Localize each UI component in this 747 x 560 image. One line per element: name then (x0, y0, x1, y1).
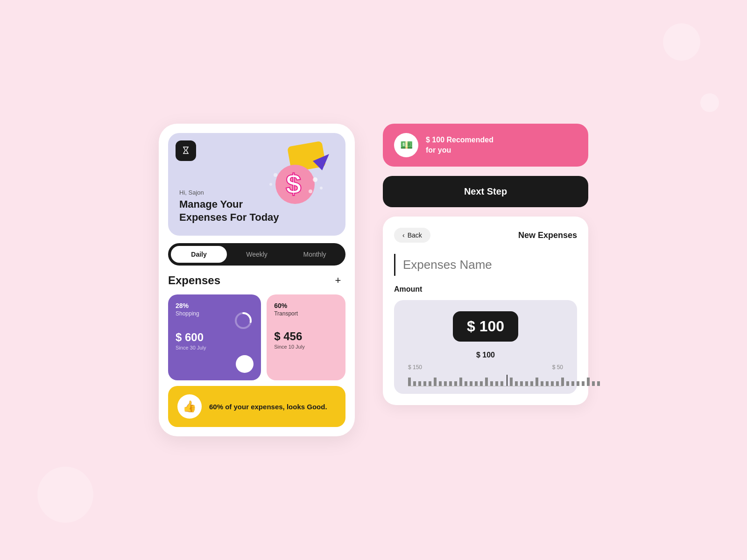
transport-card: 60% Transport $ 456 Since 10 July (267, 294, 345, 380)
ruler-tick (434, 378, 437, 386)
add-expense-button[interactable]: + (331, 273, 345, 288)
slider-left-label: $ 150 (408, 364, 422, 371)
ruler-tick (546, 381, 549, 386)
ruler-tick (490, 381, 493, 386)
ruler (408, 372, 563, 386)
tab-bar: Daily Weekly Monthly (168, 243, 345, 266)
ruler-tick (423, 381, 426, 386)
money-icon: 💵 (394, 133, 418, 157)
summary-text: 60% of your expenses, looks Good. (209, 402, 327, 412)
expenses-header: Expenses + (168, 273, 345, 288)
hero-icon-corner (176, 140, 196, 161)
back-button[interactable]: ‹ Back (394, 228, 430, 243)
ruler-tick (439, 381, 442, 386)
slider-labels: $ 150 $ 50 (408, 364, 563, 371)
shopping-date: Since 30 July (176, 345, 254, 350)
expense-cards: 28% Shopping $ 600 Since 30 July ⚙ 60% T… (168, 294, 345, 380)
expenses-title: Expenses (168, 274, 220, 287)
hero-banner: $ Hi, Sajon Manage Your Expenses For Tod… (168, 133, 345, 236)
ruler-tick (530, 381, 533, 386)
svg-point-7 (274, 173, 277, 177)
ruler-tick (556, 381, 559, 386)
svg-point-4 (313, 177, 317, 182)
ruler-tick (515, 381, 518, 386)
ruler-tick (495, 381, 498, 386)
ruler-tick (510, 378, 513, 386)
ruler-tick (454, 381, 457, 386)
svg-text:$: $ (286, 168, 301, 200)
ruler-tick (475, 381, 478, 386)
deco-circle-1 (663, 23, 700, 61)
ruler-tick (429, 381, 431, 386)
ruler-tick (561, 378, 564, 386)
expenses-name-input[interactable] (394, 254, 577, 276)
ruler-tick (551, 381, 554, 386)
hero-illustration: $ (261, 138, 336, 212)
ruler-tick (541, 381, 543, 386)
amount-label: Amount (394, 285, 577, 294)
deco-circle-2 (37, 467, 93, 523)
shopping-percent: 28% (176, 302, 254, 309)
svg-point-8 (269, 183, 272, 186)
new-expenses-card: ‹ Back New Expenses Amount $ 100 $ 100 $… (383, 217, 588, 405)
ruler-tick (418, 381, 421, 386)
tab-daily[interactable]: Daily (171, 246, 227, 263)
ruler-tick (520, 381, 523, 386)
amount-slider-area: $ 100 $ 100 $ 150 $ 50 (394, 300, 577, 394)
ruler-tick (571, 381, 574, 386)
slider-right-label: $ 50 (552, 364, 563, 371)
new-expenses-header: ‹ Back New Expenses (394, 228, 577, 243)
transport-percent: 60% (274, 302, 338, 309)
transport-label: Transport (274, 310, 338, 317)
svg-point-6 (309, 189, 312, 193)
right-panel: 💵 $ 100 Recomended for you Next Step ‹ B… (383, 124, 588, 405)
ruler-tick (525, 381, 528, 386)
ruler-tick (449, 381, 452, 386)
shopping-amount: $ 600 (176, 331, 254, 344)
slider-center-value: $ 100 (403, 351, 568, 359)
left-phone-card: $ Hi, Sajon Manage Your Expenses For Tod… (159, 124, 355, 436)
ruler-tick (413, 381, 416, 386)
next-step-button[interactable]: Next Step (383, 176, 588, 207)
shopping-label: Shopping (176, 310, 254, 317)
slider-track[interactable]: $ 150 $ 50 (403, 364, 568, 386)
amount-display: $ 100 (453, 311, 518, 342)
ruler-tick (444, 381, 447, 386)
ruler-tick (470, 381, 472, 386)
ruler-tick (500, 381, 503, 386)
recommendation-text: $ 100 Recomended for you (426, 135, 493, 156)
thumbsup-icon: 👍 (177, 394, 202, 419)
ruler-tick (459, 378, 462, 386)
ruler-tick (582, 381, 585, 386)
ruler-tick (577, 381, 579, 386)
ruler-tick (480, 381, 483, 386)
ruler-tick (465, 381, 467, 386)
transport-amount: $ 456 (274, 330, 338, 343)
chevron-left-icon: ‹ (402, 231, 405, 239)
ruler-tick (597, 381, 600, 386)
ruler-tick (566, 381, 569, 386)
svg-point-5 (320, 187, 323, 189)
tab-monthly[interactable]: Monthly (287, 246, 343, 263)
summary-card: 👍 60% of your expenses, looks Good. (168, 386, 345, 427)
ruler-tick (587, 378, 590, 386)
hourglass-icon (181, 146, 190, 155)
tab-weekly[interactable]: Weekly (229, 246, 285, 263)
ruler-tick (507, 375, 507, 386)
ruler-tick (536, 378, 538, 386)
new-expenses-title: New Expenses (430, 231, 577, 240)
tune-button[interactable]: ⚙ (236, 355, 254, 373)
ruler-tick (592, 381, 595, 386)
shopping-card: 28% Shopping $ 600 Since 30 July ⚙ (168, 294, 261, 380)
ruler-tick (408, 378, 411, 386)
deco-circle-3 (700, 93, 719, 112)
recommendation-card: 💵 $ 100 Recomended for you (383, 124, 588, 167)
transport-date: Since 10 July (274, 344, 338, 350)
ruler-tick (485, 378, 488, 386)
